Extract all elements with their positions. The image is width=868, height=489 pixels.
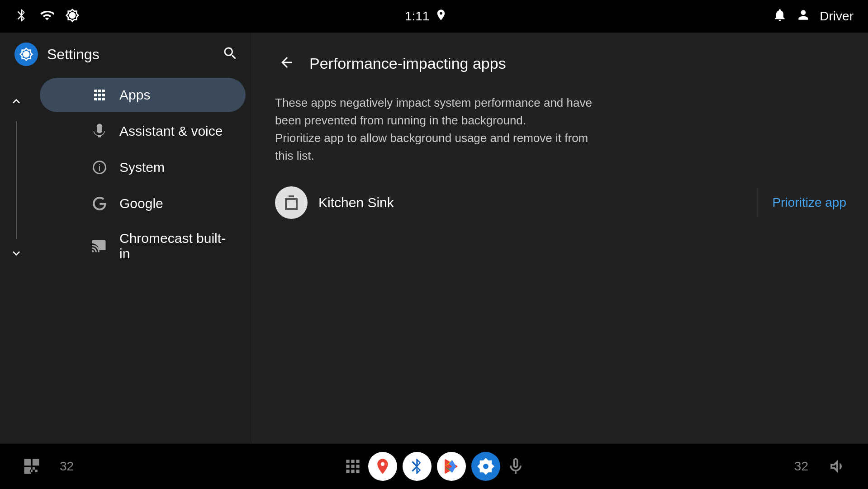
bluetooth-app-icon[interactable] — [403, 452, 432, 481]
brightness-icon — [65, 8, 80, 24]
prioritize-button[interactable]: Prioritize app — [773, 195, 846, 210]
driver-label: Driver — [820, 9, 854, 24]
bluetooth-icon — [14, 8, 29, 24]
sidebar-item-assistant-voice[interactable]: Assistant & voice — [40, 114, 246, 148]
settings-title-group: Settings — [14, 43, 100, 66]
kitchen-sink-icon — [275, 186, 308, 219]
nav-items-col: Apps Assistant & voice i System — [33, 76, 253, 271]
system-label: System — [119, 160, 165, 175]
maps-app-icon[interactable] — [368, 452, 397, 481]
bottom-left: 32 — [22, 456, 74, 476]
right-header: Performance-impacting apps — [275, 51, 846, 76]
expand-chevron[interactable] — [9, 239, 24, 262]
assistant-voice-label: Assistant & voice — [119, 123, 223, 139]
nav-section: Apps Assistant & voice i System — [0, 76, 253, 271]
assistant-voice-icon — [90, 122, 109, 140]
status-bar-left — [14, 8, 80, 24]
play-store-icon[interactable] — [437, 452, 466, 481]
chromecast-icon — [90, 237, 109, 255]
user-icon — [796, 8, 811, 25]
chromecast-label: Chromecast built-in — [119, 231, 231, 261]
app-item-left: Kitchen Sink — [275, 186, 743, 219]
status-bar-right: Driver — [773, 8, 854, 25]
google-label: Google — [119, 196, 163, 211]
apps-label: Apps — [119, 87, 150, 103]
app-item-divider — [758, 188, 758, 217]
apps-icon — [90, 86, 109, 104]
sidebar-item-system[interactable]: i System — [40, 150, 246, 185]
sidebar-item-google[interactable]: Google — [40, 186, 246, 221]
system-icon: i — [90, 158, 109, 176]
app-item-kitchen-sink: Kitchen Sink Prioritize app — [275, 186, 846, 219]
recent-apps-button[interactable] — [22, 456, 42, 476]
status-bar: 1:11 Driver — [0, 0, 868, 33]
nav-vertical-line — [16, 121, 17, 239]
search-button[interactable] — [222, 45, 238, 63]
svg-text:i: i — [99, 162, 101, 173]
microphone-button[interactable] — [506, 456, 526, 476]
wifi-icon — [40, 8, 54, 24]
bottom-right-number: 32 — [794, 459, 808, 474]
status-bar-center: 1:11 — [405, 9, 448, 24]
settings-header: Settings — [0, 33, 253, 76]
main-area: Settings — [0, 33, 868, 444]
app-name: Kitchen Sink — [318, 195, 394, 210]
bottom-center — [343, 452, 526, 481]
settings-app-bottom-icon[interactable] — [471, 452, 500, 481]
google-icon — [90, 195, 109, 213]
collapse-chevron[interactable] — [0, 87, 33, 116]
left-panel: Settings — [0, 33, 253, 444]
location-icon — [435, 9, 447, 24]
volume-button[interactable] — [826, 456, 846, 476]
nav-chevron-col — [0, 76, 33, 262]
time-display: 1:11 — [405, 9, 430, 24]
bottom-left-number: 32 — [60, 459, 74, 474]
right-panel-description: These apps negatively impact system perf… — [275, 94, 601, 165]
right-panel: Performance-impacting apps These apps ne… — [253, 33, 868, 444]
settings-app-icon — [14, 43, 38, 66]
right-panel-title: Performance-impacting apps — [309, 55, 506, 72]
back-button[interactable] — [275, 51, 299, 76]
sidebar-item-apps[interactable]: Apps — [40, 78, 246, 112]
sidebar-item-chromecast[interactable]: Chromecast built-in — [40, 223, 246, 270]
settings-title: Settings — [47, 46, 100, 63]
bottom-right: 32 — [794, 456, 846, 476]
bottom-bar: 32 32 — [0, 444, 868, 489]
home-grid-button[interactable] — [343, 456, 363, 476]
notification-icon — [773, 8, 787, 25]
